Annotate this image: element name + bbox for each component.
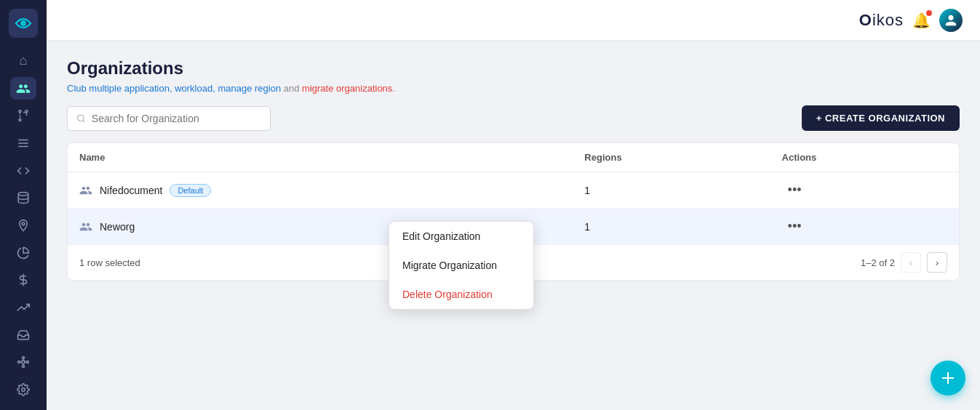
table-row: Nifedocument Default 1 ••• xyxy=(68,172,959,209)
home-icon[interactable]: ⌂ xyxy=(10,49,36,73)
actions-menu-button[interactable]: ••• xyxy=(782,181,808,199)
git-branch-icon[interactable] xyxy=(10,104,36,127)
brand-section: Oikos 🔔 xyxy=(859,9,963,32)
actions-menu-button-selected[interactable]: ••• xyxy=(782,217,808,236)
main-content: Oikos 🔔 Organizations Club multiple appl… xyxy=(47,0,980,410)
svg-point-5 xyxy=(18,193,28,196)
list-icon[interactable] xyxy=(10,132,36,155)
subtitle-red: migrate organizations. xyxy=(302,83,395,94)
brand-suffix: ikos xyxy=(872,11,904,29)
cluster-icon[interactable] xyxy=(10,351,36,374)
org-name-container: Nifedocument Default xyxy=(79,184,561,197)
location-icon[interactable] xyxy=(10,214,36,237)
database-icon[interactable] xyxy=(10,186,36,209)
org-name-text: Neworg xyxy=(100,221,135,233)
page-content: Organizations Club multiple application,… xyxy=(47,41,980,410)
subtitle-and: and xyxy=(284,83,302,94)
search-box[interactable] xyxy=(67,106,271,131)
search-icon xyxy=(76,113,86,124)
svg-point-8 xyxy=(22,361,25,364)
context-menu: Edit Organization Migrate Organization D… xyxy=(389,221,534,310)
create-organization-button[interactable]: + CREATE ORGANIZATION xyxy=(802,105,960,131)
search-input[interactable] xyxy=(92,113,261,124)
col-actions: Actions xyxy=(770,143,959,172)
org-name-text: Nifedocument xyxy=(100,185,162,196)
users-icon[interactable] xyxy=(10,77,36,100)
row-selected-text: 1 row selected xyxy=(79,257,140,268)
svg-point-6 xyxy=(22,222,25,225)
org-icon xyxy=(79,184,92,197)
page-title: Organizations xyxy=(67,58,960,79)
header: Oikos 🔔 xyxy=(47,0,980,41)
pagination: 1–2 of 2 ‹ › xyxy=(861,252,947,273)
default-badge: Default xyxy=(170,184,211,197)
toolbar: + CREATE ORGANIZATION xyxy=(67,105,960,131)
svg-rect-3 xyxy=(18,142,28,144)
org-regions-cell: 1 xyxy=(573,172,770,209)
svg-point-18 xyxy=(78,115,84,121)
brand-name: Oikos xyxy=(859,11,904,30)
pagination-next-button[interactable]: › xyxy=(927,252,947,273)
page-subtitle: Club multiple application, workload, man… xyxy=(67,83,960,94)
org-actions-cell: ••• xyxy=(770,209,959,245)
org-name-cell: Nifedocument Default xyxy=(68,172,573,209)
svg-rect-2 xyxy=(18,140,28,141)
code-icon[interactable] xyxy=(10,159,36,182)
org-actions-cell: ••• xyxy=(770,172,959,209)
fab-button[interactable] xyxy=(931,361,965,395)
svg-point-17 xyxy=(22,388,25,392)
col-name: Name xyxy=(68,143,573,172)
context-menu-edit[interactable]: Edit Organization xyxy=(389,222,533,251)
dollar-icon[interactable] xyxy=(10,269,36,292)
pagination-text: 1–2 of 2 xyxy=(861,257,895,268)
svg-point-9 xyxy=(23,357,25,359)
context-menu-delete[interactable]: Delete Organization xyxy=(389,280,533,309)
pagination-prev-button[interactable]: ‹ xyxy=(901,252,921,273)
chart-pie-icon[interactable] xyxy=(10,241,36,265)
table-header: Name Regions Actions xyxy=(68,143,959,172)
svg-point-12 xyxy=(27,361,29,363)
svg-line-19 xyxy=(83,120,84,121)
sidebar: ⌂ xyxy=(0,0,47,410)
brand-prefix: O xyxy=(859,11,872,29)
col-regions: Regions xyxy=(573,143,770,172)
trending-icon[interactable] xyxy=(10,296,36,319)
notification-bell[interactable]: 🔔 xyxy=(912,12,931,29)
svg-point-10 xyxy=(23,366,25,368)
subtitle-blue: Club multiple application, workload, man… xyxy=(67,83,281,94)
notification-dot xyxy=(926,10,932,16)
logo[interactable] xyxy=(9,9,38,38)
user-avatar[interactable] xyxy=(939,9,963,32)
settings-icon[interactable] xyxy=(10,378,36,401)
context-menu-migrate[interactable]: Migrate Organization xyxy=(389,251,533,280)
inbox-icon[interactable] xyxy=(10,323,36,347)
org-regions-cell: 1 xyxy=(573,209,770,245)
org-icon xyxy=(79,220,92,233)
svg-point-11 xyxy=(18,361,20,363)
svg-point-1 xyxy=(20,20,26,26)
svg-rect-4 xyxy=(18,146,28,148)
